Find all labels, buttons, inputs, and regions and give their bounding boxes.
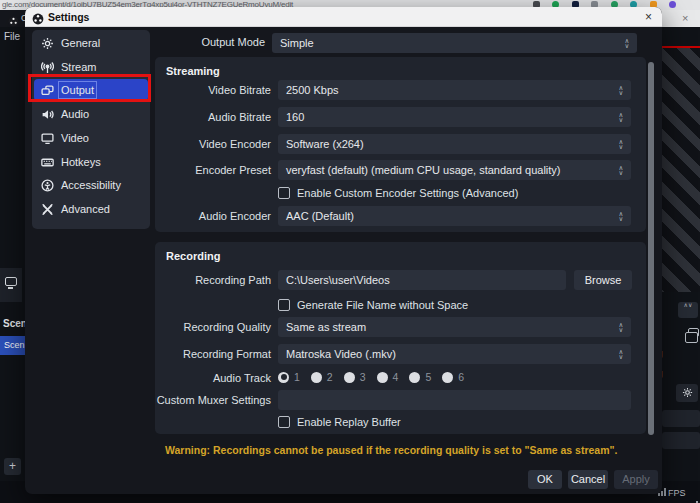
section-title: Recording [166, 250, 220, 262]
dropdown-spinner-icon[interactable]: ∧∨ [614, 317, 628, 337]
settings-gear-button[interactable] [676, 384, 698, 402]
fps-status: FPS [658, 488, 686, 498]
background-close-icon[interactable]: × [682, 12, 688, 24]
dropdown-spinner-icon[interactable]: ∧∨ [614, 344, 628, 364]
sidebar-item-label: Stream [61, 61, 96, 73]
encoder-preset-label: Encoder Preset [155, 164, 271, 176]
sidebar-item-hotkeys[interactable]: Hotkeys [34, 151, 148, 173]
audio-track-radios: 1 2 3 4 5 6 [278, 371, 464, 383]
display-icon[interactable] [5, 277, 17, 286]
recording-path-input[interactable]: C:\Users\user\Videos [278, 270, 566, 290]
filename-space-checkbox[interactable] [278, 299, 290, 311]
audio-track-radio[interactable] [278, 372, 289, 383]
annotation-highlight-rectangle [28, 74, 151, 102]
menu-file[interactable]: File [4, 31, 20, 42]
audio-bitrate-label: Audio Bitrate [155, 111, 271, 123]
sidebar-item-label: General [61, 37, 100, 49]
custom-encoder-checkbox[interactable] [278, 187, 290, 199]
control-button-fragment[interactable] [662, 432, 700, 449]
warning-message: Warning: Recordings cannot be paused if … [165, 444, 617, 456]
audio-track-radio[interactable] [311, 372, 322, 383]
sidebar-item-audio[interactable]: Audio [34, 103, 148, 125]
antenna-icon [41, 61, 54, 74]
recording-quality-label: Recording Quality [155, 321, 271, 333]
gear-icon [41, 37, 54, 50]
settings-sidebar: General Stream Output Audio Video Hotkey… [32, 30, 150, 229]
dialog-title: Settings [48, 11, 89, 23]
speaker-icon [41, 108, 54, 121]
recording-quality-select[interactable]: Same as stream ∧∨ [278, 317, 631, 337]
dialog-scrollbar[interactable] [648, 62, 654, 435]
output-mode-label: Output Mode [125, 36, 265, 48]
sidebar-item-label: Audio [61, 108, 89, 120]
audio-track-radio[interactable] [409, 372, 420, 383]
stepper-icon[interactable]: ∧∨ [614, 107, 628, 127]
spinner-control[interactable]: ∧∨ [678, 302, 698, 318]
replay-buffer-checkbox-label: Enable Replay Buffer [297, 416, 401, 428]
audio-track-radio[interactable] [442, 372, 453, 383]
sidebar-item-advanced[interactable]: Advanced [34, 198, 148, 220]
sidebar-item-label: Accessibility [61, 179, 121, 191]
dropdown-spinner-icon[interactable]: ∧∨ [614, 206, 628, 226]
output-mode-select[interactable]: Simple ∧∨ [272, 33, 637, 53]
replay-buffer-checkbox[interactable] [278, 416, 290, 428]
audio-track-radio[interactable] [377, 372, 388, 383]
filename-space-checkbox-label: Generate File Name without Space [297, 299, 468, 311]
custom-encoder-checkbox-label: Enable Custom Encoder Settings (Advanced… [297, 187, 518, 199]
scene-list-item[interactable]: Scen [0, 336, 25, 355]
encoder-preset-select[interactable]: veryfast (default) (medium CPU usage, st… [278, 160, 631, 180]
video-encoder-label: Video Encoder [155, 138, 271, 150]
obs-logo-icon [32, 11, 44, 29]
browse-button[interactable]: Browse [574, 270, 632, 290]
apply-button[interactable]: Apply [614, 470, 658, 489]
audio-track-radio[interactable] [344, 372, 355, 383]
sidebar-item-accessibility[interactable]: Accessibility [34, 174, 148, 196]
keyboard-icon [41, 156, 54, 169]
audio-bitrate-field[interactable]: 160 ∧∨ [278, 107, 631, 127]
sidebar-item-video[interactable]: Video [34, 127, 148, 149]
dropdown-spinner-icon[interactable]: ∧∨ [614, 160, 628, 180]
video-bitrate-label: Video Bitrate [155, 84, 271, 96]
audio-track-label: Audio Track [155, 372, 271, 384]
streaming-section: Streaming Video Bitrate 2500 Kbps ∧∨ Aud… [155, 57, 646, 232]
recording-format-select[interactable]: Matroska Video (.mkv) ∧∨ [278, 344, 631, 364]
add-scene-button[interactable]: + [4, 458, 21, 475]
left-dock-toolbar [0, 268, 22, 302]
section-title: Streaming [166, 65, 220, 77]
close-icon[interactable]: × [645, 10, 652, 24]
cancel-button[interactable]: Cancel [568, 470, 608, 489]
extension-icon[interactable] [669, 1, 676, 8]
ok-button[interactable]: OK [528, 470, 562, 489]
stepper-icon[interactable]: ∧∨ [614, 80, 628, 100]
recording-format-label: Recording Format [155, 348, 271, 360]
person-icon [41, 179, 54, 192]
dropdown-spinner-icon[interactable]: ∧∨ [614, 134, 628, 154]
recording-path-label: Recording Path [155, 274, 271, 286]
sidebar-item-label: Hotkeys [61, 156, 101, 168]
monitor-icon [41, 132, 54, 145]
dropdown-spinner-icon[interactable]: ∧∨ [620, 33, 634, 53]
control-button-fragment[interactable] [662, 410, 700, 427]
audio-encoder-label: Audio Encoder [155, 210, 271, 222]
sidebar-item-label: Video [61, 132, 89, 144]
sidebar-item-label: Advanced [61, 203, 110, 215]
video-encoder-select[interactable]: Software (x264) ∧∨ [278, 134, 631, 154]
scenes-dock-header: Scen [3, 318, 25, 329]
custom-muxer-input[interactable] [278, 390, 631, 410]
obs-logo-icon [8, 13, 19, 27]
recording-section: Recording Recording Path C:\Users\user\V… [155, 242, 646, 434]
duplicate-icon[interactable] [688, 328, 699, 337]
audio-encoder-select[interactable]: AAC (Default) ∧∨ [278, 206, 631, 226]
custom-muxer-label: Custom Muxer Settings [155, 394, 271, 406]
video-bitrate-field[interactable]: 2500 Kbps ∧∨ [278, 80, 631, 100]
tools-icon [41, 203, 54, 216]
dialog-titlebar[interactable]: Settings × [25, 7, 662, 27]
